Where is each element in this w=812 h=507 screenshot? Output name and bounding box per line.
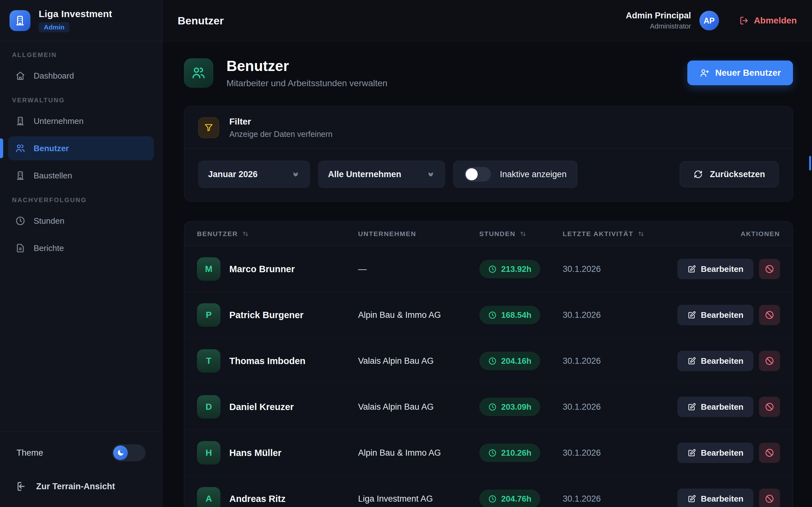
sidebar-footer: Theme Zur Terrain-Ansicht — [0, 431, 162, 507]
deactivate-button[interactable] — [759, 351, 780, 371]
theme-label: Theme — [16, 448, 43, 458]
logout-button[interactable]: Abmelden — [740, 15, 797, 26]
last-activity-cell: 30.1.2026 — [563, 494, 666, 504]
reset-label: Zurücksetzen — [710, 170, 765, 179]
chevron-down-icon — [426, 170, 435, 179]
user-name-cell: Daniel Kreuzer — [229, 402, 294, 412]
last-activity-cell: 30.1.2026 — [563, 264, 666, 274]
hours-badge: 213.92h — [479, 260, 540, 278]
month-select[interactable]: Januar 2026 — [198, 161, 310, 188]
sort-icon — [242, 230, 249, 238]
page-icon — [184, 58, 213, 88]
users-icon — [191, 66, 206, 80]
sidebar-item-dashboard[interactable]: Dashboard — [8, 64, 154, 88]
hours-badge: 210.26h — [479, 444, 540, 462]
last-activity-cell: 30.1.2026 — [563, 310, 666, 320]
home-icon — [15, 71, 26, 81]
user-meta: Admin Principal Administrator — [626, 11, 691, 31]
column-header-unternehmen[interactable]: UNTERNEHMEN — [358, 230, 479, 238]
sort-icon — [519, 230, 527, 238]
column-header-letzte-aktivitaet[interactable]: LETZTE AKTIVITÄT — [563, 230, 666, 238]
terrain-view-label: Zur Terrain-Ansicht — [36, 482, 115, 492]
avatar[interactable]: AP — [699, 11, 719, 31]
edit-button[interactable]: Bearbeiten — [677, 443, 753, 463]
sidebar-item-unternehmen[interactable]: Unternehmen — [8, 109, 154, 133]
building-icon — [14, 15, 26, 26]
user-avatar: P — [197, 303, 220, 327]
sidebar-item-label: Stunden — [34, 216, 64, 226]
deactivate-button[interactable] — [759, 305, 780, 325]
filter-card: Filter Anzeige der Daten verfeinern Janu… — [184, 106, 793, 202]
deactivate-button[interactable] — [759, 259, 780, 279]
edit-icon — [687, 265, 696, 274]
sidebar-item-stunden[interactable]: Stunden — [8, 209, 154, 233]
user-avatar: T — [197, 349, 220, 373]
edit-button[interactable]: Bearbeiten — [677, 305, 753, 325]
inactive-toggle-label: Inaktive anzeigen — [500, 170, 566, 179]
company-cell: Valais Alpin Bau AG — [358, 402, 479, 412]
sidebar: Liga Investment Admin ALLGEMEIN Dashboar… — [0, 0, 162, 507]
clock-icon — [488, 449, 497, 457]
user-name-cell: Hans Müller — [229, 448, 281, 458]
user-avatar: M — [197, 257, 220, 281]
filter-title: Filter — [229, 117, 333, 127]
brand-name: Liga Investment — [39, 9, 112, 19]
clock-icon — [488, 357, 497, 365]
edit-icon — [687, 495, 696, 503]
sidebar-item-label: Benutzer — [34, 144, 69, 153]
column-header-aktionen: AKTIONEN — [666, 230, 780, 238]
company-cell: Alpin Bau & Immo AG — [358, 448, 479, 458]
company-select-value: Alle Unternehmen — [328, 170, 401, 179]
sidebar-item-baustellen[interactable]: Baustellen — [8, 164, 154, 187]
table-row: T Thomas Imboden Valais Alpin Bau AG 204… — [184, 338, 793, 384]
ban-icon — [765, 448, 774, 458]
hours-badge: 204.16h — [479, 352, 540, 370]
clock-icon — [488, 495, 497, 503]
building-icon — [15, 116, 26, 126]
clock-icon — [488, 265, 497, 274]
user-avatar: H — [197, 441, 220, 464]
deactivate-button[interactable] — [759, 397, 780, 417]
edit-icon — [687, 357, 696, 365]
theme-toggle[interactable] — [112, 444, 146, 461]
terrain-view-link[interactable]: Zur Terrain-Ansicht — [16, 481, 146, 492]
deactivate-button[interactable] — [759, 489, 780, 507]
inactive-toggle[interactable] — [464, 167, 491, 181]
user-name-cell: Patrick Burgener — [229, 310, 304, 320]
hours-badge: 204.76h — [479, 490, 540, 507]
column-header-benutzer[interactable]: BENUTZER — [197, 230, 358, 238]
logout-icon — [740, 16, 749, 25]
ban-icon — [765, 402, 774, 412]
edit-button[interactable]: Bearbeiten — [677, 259, 753, 279]
edit-button[interactable]: Bearbeiten — [677, 351, 753, 371]
hours-badge: 168.54h — [479, 306, 540, 324]
ban-icon — [765, 494, 774, 504]
sidebar-item-berichte[interactable]: Berichte — [8, 236, 154, 260]
edit-icon — [687, 449, 696, 457]
logout-label: Abmelden — [754, 15, 797, 26]
user-name-cell: Andreas Ritz — [229, 494, 286, 504]
main-content: Benutzer Mitarbeiter und Arbeitsstunden … — [162, 42, 812, 507]
column-header-stunden[interactable]: STUNDEN — [479, 230, 563, 238]
nav-section-nachverfolgung: NACHVERFOLGUNG — [12, 196, 150, 204]
reset-button[interactable]: Zurücksetzen — [680, 161, 779, 187]
refresh-icon — [693, 170, 703, 179]
new-user-button[interactable]: Neuer Benutzer — [687, 60, 793, 85]
scrollbar-thumb[interactable] — [809, 156, 811, 170]
chevron-down-icon — [291, 170, 300, 179]
sort-icon — [637, 230, 645, 238]
sidebar-item-benutzer[interactable]: Benutzer — [8, 136, 154, 160]
inactive-toggle-group: Inaktive anzeigen — [453, 161, 577, 188]
sidebar-item-label: Baustellen — [34, 171, 72, 181]
company-select[interactable]: Alle Unternehmen — [318, 161, 445, 188]
sidebar-brand: Liga Investment Admin — [0, 0, 162, 41]
deactivate-button[interactable] — [759, 443, 780, 463]
company-cell: Alpin Bau & Immo AG — [358, 310, 479, 320]
edit-button[interactable]: Bearbeiten — [677, 489, 753, 507]
sidebar-nav: ALLGEMEIN Dashboard VERWALTUNG Unternehm… — [0, 41, 162, 263]
edit-icon — [687, 403, 696, 411]
edit-button[interactable]: Bearbeiten — [677, 397, 753, 417]
month-select-value: Januar 2026 — [208, 170, 258, 179]
table-row: P Patrick Burgener Alpin Bau & Immo AG 1… — [184, 292, 793, 338]
topbar: Benutzer Admin Principal Administrator A… — [162, 0, 812, 42]
